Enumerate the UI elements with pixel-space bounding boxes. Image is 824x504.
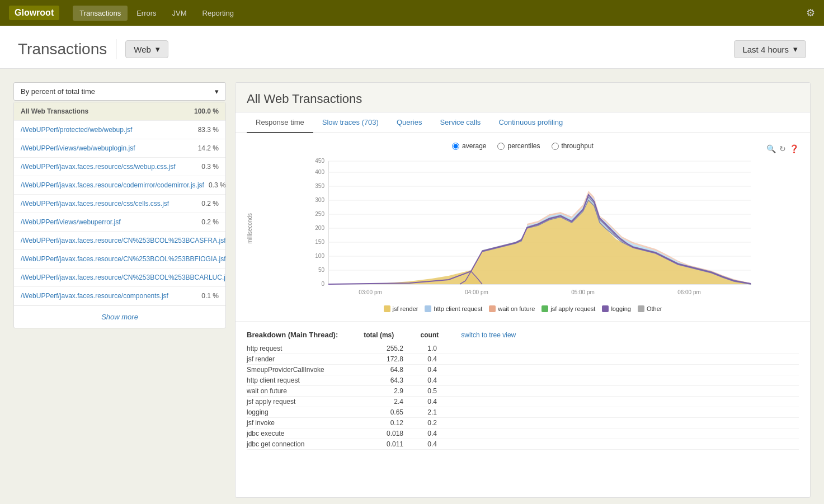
sidebar-row-all[interactable]: All Web Transactions 100.0 % (14, 102, 225, 121)
radio-percentiles-input[interactable] (497, 143, 505, 150)
sidebar-row-9[interactable]: /WebUPPerf/javax.faces.resource/CN%253BC… (14, 269, 225, 287)
breakdown-row: http client request 64.3 0.4 (247, 375, 799, 386)
breakdown-row-total: 255.2 (359, 345, 403, 352)
sidebar-row-7[interactable]: /WebUPPerf/javax.faces.resource/CN%253BC… (14, 232, 225, 250)
breakdown-row-total: 2.4 (359, 398, 403, 406)
zoom-icon[interactable]: 🔍 (766, 144, 776, 153)
tab-response-time[interactable]: Response time (247, 112, 313, 133)
breakdown-row-name: jsf apply request (247, 398, 359, 406)
sidebar-row-4[interactable]: /WebUPPerf/javax.faces.resource/codemirr… (14, 176, 225, 195)
title-divider (116, 39, 116, 59)
breakdown-row-count: 0.4 (403, 376, 437, 384)
chart-header-row: average percentiles throughput 🔍 ↻ ❓ (247, 142, 799, 156)
breakdown-row-name: SmeupProviderCallInvoke (247, 366, 359, 374)
content-tabs: Response time Slow traces (703) Queries … (236, 112, 810, 133)
breakdown-col-count-header: count (405, 331, 439, 339)
nav-errors[interactable]: Errors (130, 6, 163, 21)
tab-slow-traces[interactable]: Slow traces (703) (313, 112, 388, 133)
svg-text:450: 450 (315, 158, 324, 164)
context-label: Web (134, 45, 151, 54)
legend-label-http-client: http client request (434, 305, 482, 312)
breakdown-row: wait on future 2.9 0.5 (247, 386, 799, 397)
sidebar-row-10[interactable]: /WebUPPerf/javax.faces.resource/componen… (14, 287, 225, 305)
svg-text:400: 400 (315, 169, 324, 175)
sidebar-row-name-10: /WebUPPerf/javax.faces.resource/componen… (21, 292, 168, 300)
switch-tree-view-button[interactable]: switch to tree view (461, 331, 516, 339)
content-title: All Web Transactions (247, 92, 799, 106)
breakdown-area: Breakdown (Main Thread): total (ms) coun… (236, 321, 810, 459)
tab-continuous-profiling[interactable]: Continuous profiling (489, 112, 572, 133)
tab-queries[interactable]: Queries (388, 112, 431, 133)
sidebar-row-name-8: /WebUPPerf/javax.faces.resource/CN%253BC… (21, 255, 226, 263)
sidebar-row-value-3: 0.3 % (201, 163, 219, 171)
breakdown-row-count: 0.4 (403, 366, 437, 374)
sidebar-row-5[interactable]: /WebUPPerf/javax.faces.resource/css/cell… (14, 195, 225, 213)
radio-percentiles[interactable]: percentiles (497, 142, 540, 150)
svg-text:350: 350 (315, 183, 324, 189)
breakdown-header: Breakdown (Main Thread): total (ms) coun… (247, 331, 799, 339)
sidebar-row-name-5: /WebUPPerf/javax.faces.resource/css/cell… (21, 200, 169, 208)
time-range-label: Last 4 hours (742, 45, 789, 54)
sidebar-row-name-3: /WebUPPerf/javax.faces.resource/css/webu… (21, 163, 176, 171)
sidebar-row-6[interactable]: /WebUPPerf/views/webuperror.jsf 0.2 % (14, 213, 225, 232)
nav-links: Transactions Errors JVM Reporting (73, 6, 241, 21)
sidebar-row-name-2: /WebUPPerf/views/web/webuplogin.jsf (21, 144, 135, 152)
sidebar-row-value-2: 14.2 % (198, 144, 219, 152)
breakdown-row: jdbc execute 0.018 0.4 (247, 428, 799, 439)
breakdown-col-total-header: total (ms) (349, 331, 394, 339)
breakdown-row-total: 0.018 (359, 430, 403, 437)
legend-label-other: Other (647, 305, 662, 312)
sidebar-row-name-4: /WebUPPerf/javax.faces.resource/codemirr… (21, 181, 204, 189)
sidebar-row-value-4: 0.3 % (209, 181, 226, 189)
breakdown-row: jsf render 172.8 0.4 (247, 354, 799, 365)
sidebar-table: All Web Transactions 100.0 % /WebUPPerf/… (13, 102, 226, 328)
breakdown-row-name: jsf invoke (247, 419, 359, 427)
breakdown-row-total: 0.12 (359, 419, 403, 427)
radio-throughput-input[interactable] (552, 143, 559, 150)
radio-throughput[interactable]: throughput (552, 142, 594, 150)
legend-label-jsf-render: jsf render (393, 305, 418, 312)
breakdown-title: Breakdown (Main Thread): (247, 331, 338, 339)
show-more-button[interactable]: Show more (14, 305, 225, 328)
sidebar-row-2[interactable]: /WebUPPerf/views/web/webuplogin.jsf 14.2… (14, 139, 225, 158)
nav-jvm[interactable]: JVM (166, 6, 194, 21)
chart-legend: jsf render http client request wait on f… (247, 305, 799, 312)
breakdown-row: jsf invoke 0.12 0.2 (247, 418, 799, 428)
svg-text:300: 300 (315, 197, 324, 203)
breakdown-row: jdbc get connection 0.011 0.4 (247, 439, 799, 450)
breakdown-row: jsf apply request 2.4 0.4 (247, 397, 799, 407)
settings-icon[interactable]: ⚙ (806, 7, 815, 19)
radio-average-label: average (462, 142, 486, 150)
help-icon[interactable]: ❓ (789, 144, 799, 153)
breakdown-rows: http request 255.2 1.0 jsf render 172.8 … (247, 343, 799, 450)
sidebar: By percent of total time ▾ All Web Trans… (13, 82, 226, 498)
breakdown-row-count: 0.4 (403, 355, 437, 363)
sidebar-row-name-6: /WebUPPerf/views/webuperror.jsf (21, 218, 121, 226)
radio-average-input[interactable] (452, 143, 459, 150)
legend-jsf-apply: jsf apply request (542, 305, 595, 312)
sidebar-row-name-all: All Web Transactions (21, 107, 88, 115)
legend-swatch-jsf-render (384, 305, 390, 312)
sidebar-filter-dropdown[interactable]: By percent of total time ▾ (13, 82, 226, 101)
svg-text:05:00 pm: 05:00 pm (571, 289, 595, 295)
breakdown-row-name: jsf render (247, 355, 359, 363)
sidebar-row-1[interactable]: /WebUPPerf/protected/web/webup.jsf 83.3 … (14, 121, 225, 139)
brand-logo[interactable]: Glowroot (9, 6, 59, 20)
nav-transactions[interactable]: Transactions (73, 6, 128, 21)
svg-text:250: 250 (315, 211, 324, 217)
breakdown-row-count: 2.1 (403, 408, 437, 416)
tab-service-calls[interactable]: Service calls (431, 112, 489, 133)
context-dropdown[interactable]: Web ▾ (125, 40, 168, 58)
radio-average[interactable]: average (452, 142, 486, 150)
breakdown-row-count: 0.4 (403, 398, 437, 406)
breakdown-row-total: 172.8 (359, 355, 403, 363)
sidebar-row-value-6: 0.2 % (201, 218, 219, 226)
time-range-dropdown[interactable]: Last 4 hours ▾ (734, 40, 806, 58)
sidebar-row-8[interactable]: /WebUPPerf/javax.faces.resource/CN%253BC… (14, 250, 225, 269)
breakdown-row-total: 2.9 (359, 387, 403, 395)
nav-reporting[interactable]: Reporting (196, 6, 241, 21)
sidebar-row-3[interactable]: /WebUPPerf/javax.faces.resource/css/webu… (14, 158, 225, 176)
legend-jsf-render: jsf render (384, 305, 418, 312)
refresh-icon[interactable]: ↻ (779, 144, 786, 153)
chevron-down-icon-filter: ▾ (215, 87, 219, 96)
